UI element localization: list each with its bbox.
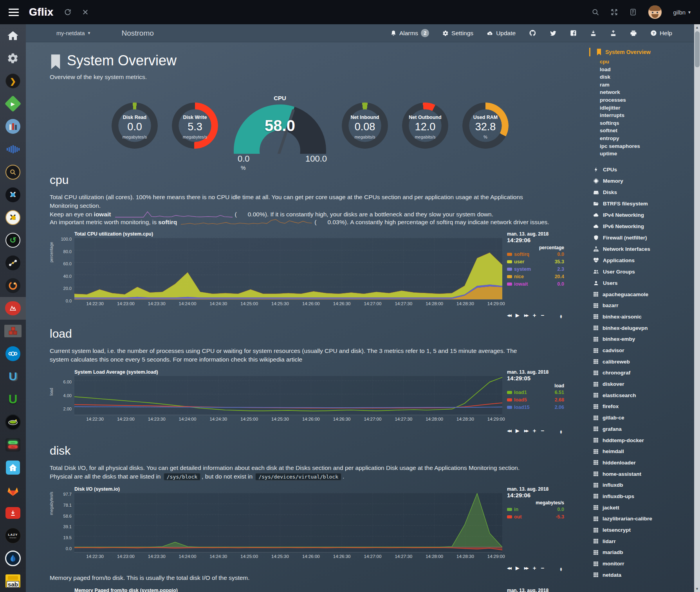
gauge-net-outbound[interactable]: Net Outbound12.0megabits/s: [402, 103, 448, 149]
sidebar-app-lazylibrarian-calibre[interactable]: lazylibrarian-calibre: [593, 513, 694, 524]
update-button[interactable]: Update: [487, 30, 516, 37]
sidebar-app-chronograf[interactable]: chronograf: [593, 367, 694, 379]
sidebar-section-firewall-netfilter-[interactable]: Firewall (netfilter): [593, 232, 694, 243]
legend-row[interactable]: in0.0: [507, 506, 564, 513]
sidebar-app-dish-app-icon[interactable]: [0, 411, 26, 434]
sidebar-section-applications[interactable]: Applications: [593, 255, 694, 266]
scrollbar-thumb[interactable]: [695, 31, 700, 67]
legend-row[interactable]: user35.3: [507, 258, 564, 265]
sidebar-item-load[interactable]: load: [600, 67, 694, 74]
sidebar-app-u-gradient-app-icon[interactable]: U: [0, 365, 26, 388]
sidebar-app-grafana[interactable]: grafana: [593, 423, 694, 435]
chart-plot-area[interactable]: [74, 493, 502, 552]
load-chart[interactable]: load6.004.002.00System Load Average (sys…: [50, 369, 588, 425]
sidebar-app-elasticsearch[interactable]: elasticsearch: [593, 390, 694, 401]
export-button[interactable]: [610, 30, 617, 36]
sidebar-app-green-u-app-icon[interactable]: U: [0, 388, 26, 411]
sidebar-app-smart-home-app-icon[interactable]: [0, 456, 26, 479]
sidebar-item-idlejitter[interactable]: idlejitter: [600, 105, 694, 113]
play-icon[interactable]: ▶: [516, 565, 520, 571]
sidebar-app-x-blue-app-icon[interactable]: ✕: [0, 184, 26, 206]
sidebar-app-node-link-app-icon[interactable]: [0, 252, 26, 274]
sidebar-app-jackett-search-icon[interactable]: [0, 161, 26, 184]
sidebar-app-lazylibrarian-icon[interactable]: LAZYlibrarian: [0, 524, 26, 547]
zoom-in-icon[interactable]: +: [533, 565, 536, 571]
sidebar-app-water-drop-app-icon[interactable]: [0, 547, 26, 570]
sidebar-app-green-emblem-app-icon[interactable]: ↺: [0, 229, 26, 252]
sidebar-app-lidarr[interactable]: lidarr: [593, 536, 694, 547]
sidebar-item-cpu[interactable]: cpu: [600, 59, 694, 67]
scroll-up-arrow[interactable]: ▲: [694, 25, 700, 30]
chart-plot-area[interactable]: [74, 376, 502, 415]
sidebar-item-softirqs[interactable]: softirqs: [600, 120, 694, 128]
sidebar-section-memory[interactable]: Memory: [593, 175, 694, 187]
softirq-sparkline[interactable]: [181, 219, 312, 226]
gauge-disk-read[interactable]: Disk Read0.0megabytes/s: [112, 103, 158, 149]
sidebar-app-hddtemp-docker[interactable]: hddtemp-docker: [593, 435, 694, 446]
sidebar-item-network[interactable]: network: [600, 89, 694, 97]
sidebar-section-ipv4-networking[interactable]: IPv4 Networking: [593, 209, 694, 221]
legend-row[interactable]: softirq0.0: [507, 250, 564, 258]
sidebar-item-softnet[interactable]: softnet: [600, 128, 694, 135]
legend-row[interactable]: nice20.4: [507, 273, 564, 280]
zoom-in-icon[interactable]: +: [533, 427, 536, 434]
refresh-icon[interactable]: [64, 8, 72, 16]
help-button[interactable]: ? Help: [650, 30, 672, 37]
gauge-used-ram[interactable]: Used RAM32.8%: [462, 103, 509, 149]
sidebar-app-monitorr[interactable]: monitorr: [593, 558, 694, 569]
chart-plot-area[interactable]: [74, 238, 502, 300]
sidebar-app-mariadb[interactable]: mariadb: [593, 547, 694, 558]
sidebar-app-binhex-delugevpn[interactable]: binhex-delugevpn: [593, 322, 694, 334]
sidebar-app-x-yellow-app-icon[interactable]: ✕: [0, 206, 26, 229]
legend-row[interactable]: load16.51: [507, 389, 564, 396]
sidebar-app-binhex-emby[interactable]: binhex-emby: [593, 333, 694, 345]
sidebar-app-download-app-icon[interactable]: [0, 502, 26, 524]
github-link[interactable]: [529, 29, 536, 37]
sidebar-app-settings-gear-icon[interactable]: [0, 47, 26, 70]
rewind-icon[interactable]: ◀◀: [507, 566, 511, 570]
iowait-sparkline[interactable]: [115, 211, 233, 218]
sidebar-system-overview[interactable]: System Overview: [589, 48, 694, 56]
sidebar-app-bazarr[interactable]: bazarr: [593, 300, 694, 311]
disk-io-chart[interactable]: megabytes/s97.778.158.639.119.50.0Disk I…: [50, 486, 588, 562]
sidebar-app-books-app-icon[interactable]: [0, 115, 26, 138]
sidebar-app-gitlab-ce[interactable]: gitlab-ce: [593, 412, 694, 423]
sidebar-item-ipc-semaphores[interactable]: ipc semaphores: [600, 143, 694, 151]
sidebar-item-interrupts[interactable]: interrupts: [600, 112, 694, 120]
sidebar-app-waveform-app-icon[interactable]: [0, 138, 26, 160]
alarms-button[interactable]: Alarms 2: [390, 29, 429, 37]
settings-button[interactable]: Settings: [442, 30, 473, 37]
sidebar-app-hiddenloader[interactable]: hiddenloader: [593, 457, 694, 468]
vertical-scrollbar[interactable]: ▲ ▼: [694, 24, 700, 592]
legend-row[interactable]: out-5.3: [507, 513, 564, 520]
memory-paged-chart[interactable]: megabytes/s97.778.158.639.119.50.0Memory…: [50, 588, 588, 592]
chart-resize-handle[interactable]: ▲▼: [559, 315, 563, 318]
gauge-net-inbound[interactable]: Net Inbound0.08megabits/s: [342, 103, 388, 149]
rewind-icon[interactable]: ◀◀: [507, 313, 511, 317]
close-tab-icon[interactable]: [82, 9, 89, 16]
sidebar-app-cadvisor[interactable]: cadvisor: [593, 345, 694, 356]
changelog-book-icon[interactable]: [629, 8, 637, 16]
sidebar-app-firefox[interactable]: firefox: [593, 401, 694, 412]
sidebar-app-apacheguacamole[interactable]: apacheguacamole: [593, 289, 694, 300]
sidebar-app-home-icon[interactable]: [0, 24, 26, 47]
sidebar-app-jackett[interactable]: jackett: [593, 502, 694, 513]
sidebar-section-ipv6-networking[interactable]: IPv6 Networking: [593, 221, 694, 232]
zoom-out-icon[interactable]: −: [541, 565, 544, 571]
sidebar-app-influxdb-ups[interactable]: influxdb-ups: [593, 491, 694, 502]
sidebar-app-grafana-icon[interactable]: [0, 274, 26, 297]
sidebar-app-home-assistant[interactable]: home-assistant: [593, 468, 694, 480]
legend-row[interactable]: load152.06: [507, 403, 564, 411]
sidebar-section-users[interactable]: Users: [593, 277, 694, 289]
forward-icon[interactable]: ▶▶: [524, 313, 528, 317]
legend-row[interactable]: load52.68: [507, 396, 564, 403]
chart-resize-handle[interactable]: ▲▼: [559, 430, 563, 434]
legend-row[interactable]: system2.3: [507, 265, 564, 273]
user-avatar[interactable]: [648, 5, 662, 19]
facebook-link[interactable]: [570, 30, 577, 36]
rewind-icon[interactable]: ◀◀: [507, 429, 511, 433]
twitter-link[interactable]: [550, 30, 557, 37]
scroll-down-arrow[interactable]: ▼: [694, 586, 700, 592]
forward-icon[interactable]: ▶▶: [524, 429, 528, 433]
hamburger-menu-icon[interactable]: [9, 9, 19, 16]
